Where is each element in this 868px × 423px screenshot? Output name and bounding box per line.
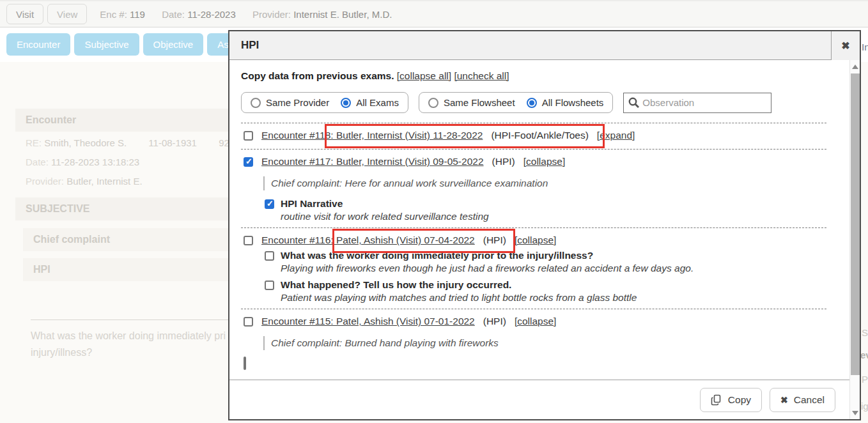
dashed-separator [241, 309, 826, 309]
encounter-link[interactable]: Encounter #115: Patel, Ashish (Visit) 07… [261, 316, 475, 327]
chief-complaint-text: Chief complaint: Here for annual work su… [271, 176, 548, 190]
radio-icon[interactable] [527, 98, 537, 108]
checkbox[interactable] [265, 251, 274, 261]
collapse-link[interactable]: [collapse] [515, 235, 556, 246]
encounter-row-116: Encounter #116: Patel, Ashish (Visit) 07… [241, 235, 826, 246]
re-label: RE: [26, 137, 42, 148]
right-edge-fragment: In [862, 42, 868, 52]
provider-filter-group: Same Provider All Exams [241, 92, 408, 113]
copy-icon [711, 394, 722, 406]
enc-provider-label: Provider: [252, 9, 291, 20]
encounter-suffix: (HPI) [483, 316, 506, 327]
observation-note: Playing with fireworks even though he ju… [281, 263, 694, 274]
patient-dob: 11-08-1931 [148, 137, 197, 148]
radio-same-flowsheet-label: Same Flowsheet [444, 97, 515, 108]
encounter-link[interactable]: Encounter #117: Butler, Internist (Visit… [261, 156, 484, 167]
quote-bar [263, 336, 265, 350]
cancel-button-label: Cancel [794, 394, 825, 406]
collapse-link[interactable]: [collapse] [515, 316, 556, 327]
right-edge-fragment: ig [861, 401, 868, 411]
dialog-title: HPI [229, 39, 259, 52]
checkbox[interactable] [244, 317, 253, 327]
enc-date-value: 11-28-2023 [187, 9, 236, 20]
scrollbar-thumb[interactable] [851, 73, 860, 375]
close-icon[interactable]: ✖ [831, 31, 860, 60]
dialog-footer: Copy ✖ Cancel [229, 380, 849, 419]
dialog-scrollbar[interactable] [849, 60, 860, 419]
radio-all-exams[interactable]: All Exams [341, 97, 399, 108]
expand-link[interactable]: [expand] [597, 130, 635, 141]
encounter-row-118: Encounter #118: Butler, Internist (Visit… [241, 130, 826, 141]
page: Visit View Enc #: 119 Date: 11-28-2023 P… [0, 0, 868, 423]
uncheck-all-link[interactable]: [uncheck all] [454, 70, 509, 81]
collapse-all-link[interactable]: [collapse all] [397, 70, 451, 81]
checkbox[interactable] [265, 281, 274, 290]
observation-item: HPI Narrative routine visit for work rel… [265, 198, 826, 222]
encounter-suffix: (HPI) [483, 235, 506, 246]
copy-button[interactable]: Copy [700, 388, 762, 412]
radio-all-flowsheets-label: All Flowsheets [542, 97, 604, 108]
radio-icon[interactable] [428, 98, 438, 108]
patient-re-line: RE: Smith, Theodore S. 11-08-1931 92 y [26, 137, 236, 148]
checkbox[interactable] [244, 131, 253, 141]
enc-provider-value: Internist E. Butler, M.D. [293, 9, 392, 20]
copy-button-label: Copy [728, 394, 751, 406]
dashed-separator [241, 123, 826, 123]
radio-all-flowsheets[interactable]: All Flowsheets [527, 97, 604, 108]
radio-same-provider[interactable]: Same Provider [251, 97, 329, 108]
chief-complaint-text: Chief complaint: Burned hand playing wit… [271, 336, 499, 350]
copy-data-heading-text: Copy data from previous exams. [241, 70, 394, 81]
observation-title: What was the worker doing immediately pr… [281, 250, 694, 261]
chief-complaint-quote: Chief complaint: Here for annual work su… [263, 176, 826, 190]
checkbox[interactable] [265, 199, 274, 209]
encounter-row-117: Encounter #117: Butler, Internist (Visit… [241, 156, 826, 167]
radio-same-flowsheet[interactable]: Same Flowsheet [428, 97, 515, 108]
encounter-info: Enc #: 119 Date: 11-28-2023 Provider: In… [100, 9, 392, 20]
partially-visible-row [244, 358, 826, 369]
scroll-down-icon[interactable] [850, 408, 860, 418]
tab-encounter[interactable]: Encounter [6, 33, 70, 56]
background-question-line2: injury/illness? [31, 347, 92, 358]
tab-subjective[interactable]: Subjective [74, 33, 139, 56]
encounter-row-115: Encounter #115: Patel, Ashish (Visit) 07… [241, 316, 826, 327]
copy-data-heading: Copy data from previous exams. [collapse… [241, 70, 826, 82]
provider-label: Provider: [26, 176, 64, 187]
encounter-provider-line: Provider: Butler, Internist E. [26, 176, 143, 187]
date-value: 11-28-2023 13:18:23 [51, 157, 139, 167]
checkbox[interactable] [244, 157, 253, 167]
divider [31, 319, 228, 320]
radio-icon[interactable] [251, 98, 261, 108]
search-icon [628, 96, 640, 109]
hpi-section-header: HPI [23, 258, 230, 281]
observation-note: Patient was playing with matches and tri… [281, 292, 637, 304]
chief-complaint-quote: Chief complaint: Burned hand playing wit… [263, 336, 826, 350]
tab-objective[interactable]: Objective [143, 33, 204, 56]
search-input[interactable] [642, 97, 767, 108]
encounter-suffix: (HPI) [492, 156, 515, 167]
encounter-link[interactable]: Encounter #118: Butler, Internist (Visit… [261, 130, 483, 141]
cancel-button[interactable]: ✖ Cancel [770, 388, 835, 412]
observation-title: HPI Narrative [281, 198, 489, 210]
scroll-up-icon[interactable] [850, 61, 860, 72]
encounter-date-line: Date: 11-28-2023 13:18:23 [26, 157, 139, 167]
observation-note: routine visit for work related surveilla… [281, 211, 489, 222]
right-edge-fragment: P [862, 374, 868, 385]
checkbox[interactable] [244, 236, 253, 245]
dashed-separator [241, 149, 826, 150]
encounter-suffix: (HPI-Foot/Ankle/Toes) [491, 130, 588, 141]
top-toolbar: Visit View Enc #: 119 Date: 11-28-2023 P… [0, 0, 868, 27]
filter-row: Same Provider All Exams Same Flowsheet A… [241, 92, 826, 113]
checkbox[interactable] [244, 357, 246, 370]
dialog-header: HPI ✖ [229, 31, 860, 60]
encounter-link[interactable]: Encounter #116: Patel, Ashish (Visit) 07… [261, 235, 475, 246]
visit-button[interactable]: Visit [6, 4, 43, 24]
encounter-section-header: Encounter [15, 109, 230, 132]
collapse-link[interactable]: [collapse] [523, 156, 565, 167]
view-button[interactable]: View [47, 4, 87, 24]
date-label: Date: [26, 157, 49, 167]
observation-search-box [623, 93, 771, 113]
right-edge-fragment: S [862, 327, 868, 338]
radio-icon[interactable] [341, 98, 351, 108]
dialog-body: Copy data from previous exams. [collapse… [229, 60, 849, 419]
radio-same-provider-label: Same Provider [266, 97, 329, 108]
